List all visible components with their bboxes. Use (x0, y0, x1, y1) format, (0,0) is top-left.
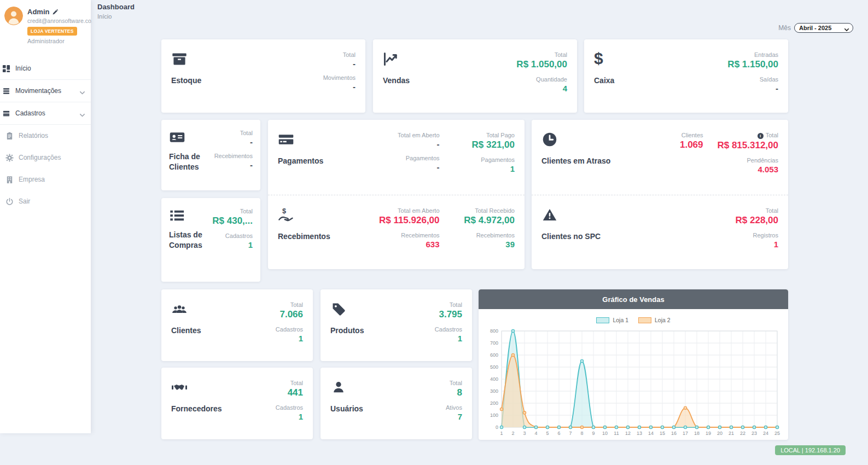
sidebar-item-label: Relatórios (19, 132, 48, 140)
svg-text:8: 8 (580, 431, 583, 436)
card-title: Vendas (383, 75, 410, 86)
sidebar: Admin credit@anronsoftware.co... LOJA VE… (0, 0, 91, 433)
stat: Entradas R$ 1.150,00 (727, 51, 778, 70)
card-clientes: Clientes Total 7.066 Cadastros 1 (161, 289, 313, 361)
page-title: Dashboard (97, 3, 135, 11)
user-icon (330, 380, 347, 395)
legend-label: Loja 2 (655, 317, 671, 323)
sidebar-item-inicio[interactable]: Início (0, 57, 91, 79)
svg-text:19: 19 (706, 431, 711, 436)
stat-column: iTotal R$ 815.312,00 Pendências 4.053 (703, 132, 778, 183)
stat: Pagamentos - (364, 155, 439, 172)
svg-text:12: 12 (625, 431, 631, 436)
sidebar-item-cadastros[interactable]: Cadastros (0, 102, 91, 124)
sales-chart: 0100200300400500600700800123456789101112… (483, 327, 783, 440)
svg-text:$: $ (282, 207, 286, 215)
card-title: Listas de Compras (169, 230, 203, 251)
month-select[interactable]: Abril - 2025 (794, 23, 853, 33)
card-produtos: Produtos Total 3.795 Cadastros 1 (321, 289, 472, 361)
chart-line-icon (383, 51, 399, 67)
svg-text:4: 4 (534, 431, 537, 436)
edit-profile-icon[interactable] (52, 9, 59, 15)
legend-loja2[interactable]: Loja 2 (638, 317, 671, 323)
clock-icon (541, 132, 558, 147)
sidebar-item-label: Configurações (19, 154, 61, 161)
stat-column: Total R$ 228,00 Registros 1 (703, 207, 778, 258)
stat: Total R$ 1.050,00 (516, 51, 567, 70)
box-icon (171, 51, 188, 67)
stat: Total - (214, 130, 253, 147)
stat: Recebimentos 633 (364, 232, 439, 249)
svg-text:3: 3 (523, 431, 526, 436)
svg-text:6: 6 (557, 431, 560, 436)
svg-text:16: 16 (671, 431, 677, 436)
stat: iTotal R$ 815.312,00 (703, 132, 778, 151)
svg-text:11: 11 (614, 431, 619, 436)
stat: Cadastros 1 (212, 233, 253, 249)
stat: Ativos 7 (446, 404, 462, 421)
building-icon (5, 176, 14, 184)
dollar-icon: $ (594, 51, 610, 67)
svg-text:24: 24 (763, 431, 768, 436)
card-vendas: Vendas Total R$ 1.050,00 Quantidade 4 (373, 39, 577, 113)
sidebar-item-empresa[interactable]: Empresa (0, 168, 91, 190)
card-usuarios: Usuários Total 8 Ativos 7 (321, 368, 472, 439)
card-caixa: $ Caixa Entradas R$ 1.150,00 Saídas - (584, 39, 788, 113)
sidebar-item-label: Movimentações (15, 87, 61, 95)
stat: Total R$ 228,00 (703, 207, 778, 226)
stat: Total - (323, 51, 356, 68)
svg-text:9: 9 (592, 431, 595, 436)
stat: Pagamentos 1 (440, 156, 515, 173)
stat-column: Total em Aberto - Pagamentos - (364, 132, 439, 183)
environment-badge: LOCAL | 192.168.1.20 (775, 445, 846, 455)
stat: Total Pago R$ 321,00 (440, 132, 515, 150)
stat: Total em Aberto R$ 115.926,00 (364, 207, 439, 226)
sidebar-item-relatorios[interactable]: Relatórios (0, 125, 91, 147)
stat: Total Recebido R$ 4.972,00 (440, 207, 515, 226)
stat-column: Total Pago R$ 321,00 Pagamentos 1 (440, 132, 515, 183)
card-title: Estoque (171, 75, 201, 86)
svg-text:300: 300 (490, 388, 498, 394)
sidebar-item-configuracoes[interactable]: Configurações (0, 147, 91, 168)
grid-icon (2, 65, 10, 73)
stat: Movimentos - (323, 74, 356, 91)
svg-text:25: 25 (774, 431, 780, 436)
sidebar-item-movimentacoes[interactable]: Movimentações (0, 80, 91, 102)
stat: Total R$ 430,... (212, 208, 253, 226)
svg-text:500: 500 (490, 364, 498, 370)
credit-card-icon (278, 132, 294, 147)
sidebar-menu: Início Movimentações Cadastros (0, 57, 91, 212)
card-ficha-clientes: Ficha de Clientes Total - Recebimentos - (161, 120, 260, 190)
legend-label: Loja 1 (613, 317, 628, 323)
info-icon[interactable]: i (758, 133, 764, 139)
svg-text:7: 7 (569, 431, 572, 436)
avatar (4, 7, 23, 25)
card-pagamentos-recebimentos: Pagamentos Total em Aberto - Pagamentos … (268, 120, 525, 269)
svg-text:700: 700 (490, 340, 498, 346)
svg-text:2: 2 (511, 431, 514, 436)
month-label: Mês (778, 24, 791, 32)
svg-text:18: 18 (694, 431, 700, 436)
store-badge: LOJA VERTENTES (27, 27, 77, 36)
power-icon (5, 197, 14, 206)
stat: Cadastros 1 (435, 326, 462, 343)
list-icon (169, 208, 185, 223)
legend-loja1[interactable]: Loja 1 (596, 317, 628, 323)
warning-icon (541, 207, 558, 223)
svg-text:17: 17 (683, 431, 688, 436)
sidebar-item-label: Cadastros (15, 109, 45, 117)
svg-text:1: 1 (500, 431, 503, 436)
sidebar-item-label: Sair (19, 197, 30, 205)
recebimentos-row: $ Recebimentos Total em Aberto R$ 115.92… (268, 195, 525, 270)
svg-text:400: 400 (490, 376, 498, 382)
chart-legend: Loja 1 Loja 2 (483, 315, 784, 326)
tag-icon (330, 301, 347, 317)
legend-swatch-loja2 (638, 317, 651, 323)
sidebar-item-sair[interactable]: Sair (0, 190, 91, 212)
users-icon (171, 301, 188, 317)
svg-text:13: 13 (637, 431, 642, 436)
breadcrumb: Início (97, 13, 135, 20)
layers-icon (2, 87, 10, 95)
sidebar-item-label: Empresa (19, 176, 45, 183)
stat: Clientes 1.069 (628, 132, 703, 150)
